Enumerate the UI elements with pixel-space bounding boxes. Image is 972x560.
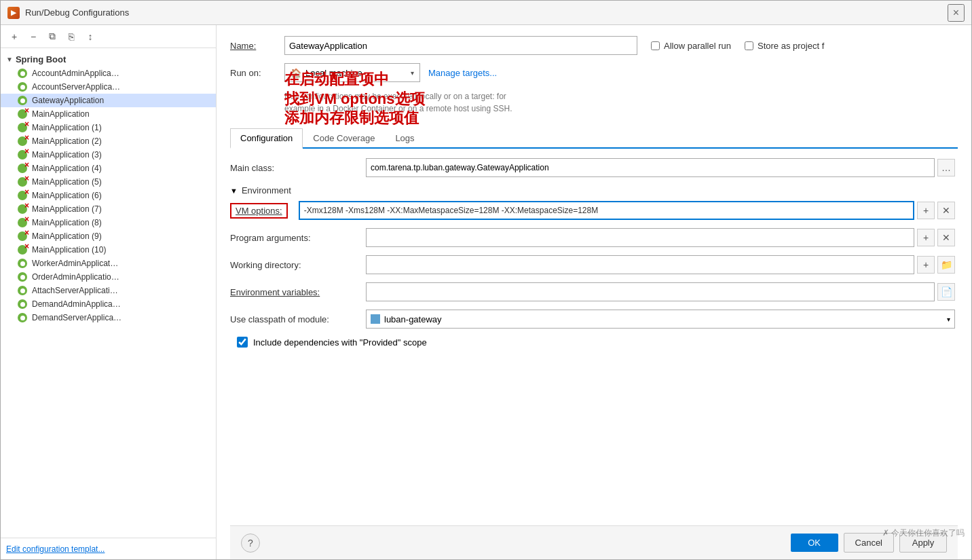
item-label: AttachServerApplicati…: [32, 286, 118, 295]
sidebar-tree: ▼ Spring Boot AccountAdminApplica… Accou…: [1, 48, 216, 538]
list-item[interactable]: MainApplication (9): [1, 229, 216, 243]
run-on-value: Local machine: [305, 68, 362, 78]
item-label: MainApplication (4): [32, 164, 102, 173]
program-args-input[interactable]: [366, 228, 914, 247]
program-args-remove-button[interactable]: ✕: [937, 229, 955, 246]
classpath-row: Use classpath of module: luban-gateway ▾: [230, 310, 955, 329]
item-label: MainApplication (2): [32, 136, 102, 146]
program-args-add-button[interactable]: +: [917, 229, 935, 246]
chevron-down-icon: ▼: [230, 187, 238, 195]
app-icon: ▶: [7, 7, 20, 19]
classpath-label: Use classpath of module:: [230, 314, 366, 324]
item-label: MainApplication (8): [32, 218, 102, 227]
copy-config-button[interactable]: ⧉: [44, 29, 60, 45]
item-label: DemandServerApplica…: [32, 313, 122, 322]
green-spring-icon: [17, 258, 28, 269]
environment-section-header[interactable]: ▼ Environment: [230, 185, 955, 195]
help-button[interactable]: ?: [241, 534, 260, 553]
sort-config-button[interactable]: ↕: [82, 29, 98, 45]
red-spring-icon: [17, 176, 28, 187]
program-args-label: Program arguments:: [230, 233, 366, 243]
edit-template-link[interactable]: Edit configuration templat...: [6, 544, 105, 554]
list-item[interactable]: MainApplication (6): [1, 189, 216, 202]
list-item[interactable]: AccountServerApplica…: [1, 80, 216, 94]
green-spring-icon: [17, 272, 28, 282]
list-item[interactable]: MainApplication (1): [1, 121, 216, 134]
green-spring-icon: [17, 95, 28, 106]
list-item[interactable]: WorkerAdminApplicat…: [1, 257, 216, 270]
info-section: Run configurations may be executed local…: [230, 90, 958, 122]
item-label: WorkerAdminApplicat…: [32, 259, 118, 268]
list-item[interactable]: AttachServerApplicati…: [1, 284, 216, 297]
run-on-dropdown[interactable]: 🏠 Local machine ▾: [284, 63, 420, 82]
classpath-value: luban-gateway: [384, 314, 442, 324]
env-vars-input[interactable]: [366, 282, 935, 301]
green-spring-icon: [17, 285, 28, 296]
vm-options-remove-button[interactable]: ✕: [937, 202, 955, 219]
include-deps-checkbox[interactable]: [237, 337, 248, 348]
item-label: MainApplication (7): [32, 204, 102, 214]
tab-code-coverage[interactable]: Code Coverage: [303, 128, 385, 149]
env-vars-row: Environment variables: 📄: [230, 282, 955, 301]
info-line1: Run configurations may be executed local…: [284, 92, 506, 101]
item-label: MainApplication (10): [32, 245, 106, 255]
list-item[interactable]: DemandServerApplica…: [1, 311, 216, 324]
item-label: GatewayApplication: [32, 96, 104, 105]
list-item[interactable]: MainApplication (5): [1, 175, 216, 189]
vm-options-input[interactable]: [299, 201, 914, 220]
tab-logs[interactable]: Logs: [385, 128, 424, 149]
store-project-checkbox[interactable]: [745, 41, 753, 50]
item-label: MainApplication (5): [32, 177, 102, 187]
sidebar: + − ⧉ ⎘ ↕ ▼ Spring Boot AccountAdminAppl…: [1, 25, 217, 559]
run-on-row: Run on: 🏠 Local machine ▾ Manage targets…: [230, 63, 958, 82]
red-spring-icon: [17, 204, 28, 214]
list-item[interactable]: MainApplication: [1, 107, 216, 121]
list-item[interactable]: MainApplication (10): [1, 243, 216, 257]
list-item[interactable]: OrderAdminApplicatio…: [1, 270, 216, 284]
name-input[interactable]: [284, 36, 637, 55]
tab-configuration[interactable]: Configuration: [230, 128, 303, 149]
list-item[interactable]: MainApplication (7): [1, 202, 216, 216]
allow-parallel-checkbox[interactable]: [651, 41, 660, 50]
classpath-dropdown[interactable]: luban-gateway ▾: [366, 310, 955, 329]
name-label: Name:: [230, 41, 284, 51]
store-project-label: Store as project f: [758, 41, 824, 51]
main-class-browse-button[interactable]: …: [937, 159, 955, 176]
list-item-selected[interactable]: GatewayApplication: [1, 94, 216, 107]
move-config-button[interactable]: ⎘: [63, 29, 79, 45]
main-class-input[interactable]: [366, 158, 935, 177]
spring-boot-section: ▼ Spring Boot AccountAdminApplica… Accou…: [1, 51, 216, 326]
vm-options-label-box: VM options:: [230, 203, 288, 219]
vm-options-add-button[interactable]: +: [917, 202, 935, 219]
ok-button[interactable]: OK: [791, 534, 838, 552]
list-item[interactable]: MainApplication (3): [1, 148, 216, 162]
sidebar-toolbar: + − ⧉ ⎘ ↕: [1, 25, 216, 48]
list-item[interactable]: MainApplication (8): [1, 216, 216, 229]
close-button[interactable]: ×: [948, 4, 965, 22]
env-vars-browse-button[interactable]: 📄: [937, 283, 955, 301]
vm-options-label: VM options:: [236, 206, 282, 216]
red-spring-icon: [17, 244, 28, 255]
manage-targets-link[interactable]: Manage targets...: [428, 68, 497, 78]
tabs-bar: Configuration Code Coverage Logs: [230, 128, 958, 149]
info-text: Run configurations may be executed local…: [284, 90, 958, 115]
add-config-button[interactable]: +: [6, 29, 22, 45]
list-item[interactable]: DemandAdminApplica…: [1, 297, 216, 311]
spring-boot-header[interactable]: ▼ Spring Boot: [1, 52, 216, 67]
home-icon: 🏠: [291, 68, 301, 78]
red-spring-icon: [17, 136, 28, 147]
vm-options-row: VM options: + ✕: [230, 201, 955, 220]
list-item[interactable]: MainApplication (2): [1, 134, 216, 148]
working-dir-add-button[interactable]: +: [917, 256, 935, 274]
working-dir-browse-button[interactable]: 📁: [937, 256, 955, 274]
watermark-text: ✗ 今天你住你喜欢了吗: [882, 527, 965, 539]
list-item[interactable]: AccountAdminApplica…: [1, 67, 216, 80]
main-class-row: Main class: …: [230, 158, 955, 177]
env-vars-label: Environment variables:: [230, 287, 366, 297]
list-item[interactable]: MainApplication (4): [1, 162, 216, 175]
green-spring-icon: [17, 68, 28, 79]
item-label: MainApplication (3): [32, 150, 102, 160]
remove-config-button[interactable]: −: [25, 29, 41, 45]
chevron-down-icon: ▾: [947, 316, 950, 323]
working-dir-input[interactable]: [366, 255, 914, 274]
